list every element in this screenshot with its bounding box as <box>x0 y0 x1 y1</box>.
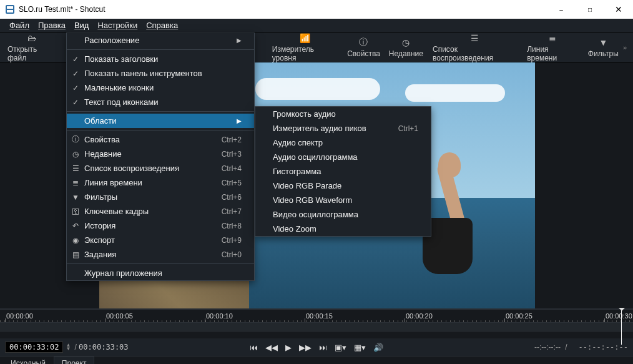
areas-menu-video-zoom[interactable]: Video Zoom <box>255 222 431 236</box>
areas-menu-histogram[interactable]: Гистограмма <box>255 164 431 179</box>
view-menu-layout[interactable]: Расположение▶ <box>67 33 254 47</box>
areas-menu-video-rgb-parade[interactable]: Video RGB Parade <box>255 179 431 193</box>
menu-file[interactable]: Файл <box>5 19 34 31</box>
toolbar-level-meter[interactable]: 📶Измеритель уровня <box>267 31 343 64</box>
view-menu-app-log[interactable]: Журнал приложения <box>67 266 254 280</box>
areas-menu-audio-waveform[interactable]: Аудио осциллограмма <box>255 150 431 164</box>
skip-end-button[interactable]: ⏭ <box>319 343 327 352</box>
fast-forward-button[interactable]: ▶▶ <box>299 343 312 352</box>
view-menu-small-icons[interactable]: ✓Маленькие иконки <box>67 81 254 95</box>
areas-submenu: Громкость аудиоИзмеритель аудио пиковCtr… <box>255 106 431 237</box>
window-title: SLO.ru Test.mlt* - Shotcut <box>19 5 106 14</box>
view-menu-playlist[interactable]: ☰Список воспроизведенияCtrl+4 <box>67 161 254 175</box>
clock-icon: ◷ <box>67 150 84 159</box>
current-timecode[interactable]: 00:00:33:02 <box>5 342 63 353</box>
areas-menu-video-rgb-waveform[interactable]: Video RGB Waveform <box>255 193 431 207</box>
grid-button[interactable]: ▦▾ <box>354 343 366 352</box>
menu-edit[interactable]: Правка <box>34 19 70 31</box>
playhead[interactable] <box>621 308 622 345</box>
key-icon: ⚿ <box>67 207 84 216</box>
in-point-timecode: --:--:--:-- / <box>534 343 567 352</box>
toolbar-open-file[interactable]: 🗁Открыть файл <box>2 31 61 64</box>
check-icon: ✓ <box>67 69 84 78</box>
areas-menu-video-waveform[interactable]: Видео осциллограмма <box>255 207 431 222</box>
transport-bar: 00:00:33:02 ▲▼ / 00:00:33:03 ⏮ ◀◀ ▶ ▶▶ ⏭… <box>0 338 633 356</box>
volume-button[interactable]: 🔊 <box>373 343 383 352</box>
toolbar-playlist[interactable]: ☰Список воспроизведения <box>428 31 522 64</box>
disc-icon: ◉ <box>67 236 84 245</box>
menu-help[interactable]: Справка <box>142 19 182 31</box>
clock-icon: ◷ <box>402 37 410 48</box>
list-icon: ☰ <box>471 32 479 44</box>
toolbar-properties[interactable]: ⓘСвойства <box>343 36 385 59</box>
duration-timecode: 00:00:33:03 <box>79 343 128 352</box>
timeline-ruler[interactable]: 00:00:00 00:00:05 00:00:10 00:00:15 00:0… <box>0 309 633 323</box>
timeline-track[interactable] <box>0 323 633 332</box>
view-menu-jobs[interactable]: ▤ЗаданияCtrl+0 <box>67 247 254 262</box>
list-icon: ☰ <box>67 164 84 173</box>
titlebar: SLO.ru Test.mlt* - Shotcut – □ ✕ <box>0 0 633 19</box>
view-menu-text-under-icons[interactable]: ✓Текст под иконками <box>67 95 254 109</box>
rewind-button[interactable]: ◀◀ <box>265 343 278 352</box>
view-menu-show-toolbar[interactable]: ✓Показать панель инструментов <box>67 66 254 81</box>
tab-project[interactable]: Проект <box>54 357 95 364</box>
toolbar-recent[interactable]: ◷Недавние <box>385 36 428 59</box>
check-icon: ✓ <box>67 98 84 107</box>
view-menu-filters[interactable]: ▼ФильтрыCtrl+6 <box>67 190 254 204</box>
timeline: 00:00:00 00:00:05 00:00:10 00:00:15 00:0… <box>0 308 633 338</box>
minimize-button[interactable]: – <box>547 0 576 19</box>
view-menu-history[interactable]: ↶ИсторияCtrl+8 <box>67 219 254 233</box>
svg-rect-1 <box>7 6 13 9</box>
menu-settings[interactable]: Настройки <box>93 19 142 31</box>
areas-menu-audio-spectrum[interactable]: Аудио спектр <box>255 135 431 150</box>
timeline-icon: ≣ <box>67 179 84 187</box>
toolbar-overflow[interactable]: » <box>623 44 631 51</box>
tab-source[interactable]: Исходный <box>2 357 54 364</box>
areas-menu-audio-peak-meter[interactable]: Измеритель аудио пиковCtrl+1 <box>255 121 431 135</box>
maximize-button[interactable]: □ <box>576 0 604 19</box>
check-icon: ✓ <box>67 84 84 92</box>
view-menu-keyframes[interactable]: ⚿Ключевые кадрыCtrl+7 <box>67 204 254 219</box>
funnel-icon: ▼ <box>599 37 607 48</box>
skip-start-button[interactable]: ⏮ <box>250 343 258 352</box>
view-menu-areas[interactable]: Области▶ <box>67 114 254 128</box>
toolbar-timeline[interactable]: ≣Линия времени <box>522 31 584 64</box>
check-icon: ✓ <box>67 55 84 64</box>
funnel-icon: ▼ <box>67 193 84 202</box>
view-menu-properties[interactable]: ⓘСвойстваCtrl+2 <box>67 132 254 147</box>
view-menu-dropdown: Расположение▶✓Показать заголовки✓Показат… <box>66 32 255 281</box>
folder-icon: 🗁 <box>27 32 36 44</box>
timeline-icon: ≣ <box>549 32 556 44</box>
info-icon: ⓘ <box>67 134 84 145</box>
view-menu-recent[interactable]: ◷НедавниеCtrl+3 <box>67 147 254 161</box>
jobs-icon: ▤ <box>67 250 84 259</box>
meter-icon: 📶 <box>300 32 310 44</box>
view-menu-timeline[interactable]: ≣Линия времениCtrl+5 <box>67 175 254 190</box>
svg-rect-2 <box>7 10 13 12</box>
menu-view[interactable]: Вид <box>70 19 94 31</box>
zoom-fit-button[interactable]: ▣▾ <box>335 343 346 352</box>
play-button[interactable]: ▶ <box>285 343 292 352</box>
view-menu-show-titles[interactable]: ✓Показать заголовки <box>67 52 254 66</box>
view-menu-export[interactable]: ◉ЭкспортCtrl+9 <box>67 233 254 247</box>
bottom-tabs: Исходный Проект <box>0 356 633 364</box>
timecode-spinner[interactable]: ▲▼ <box>66 343 71 351</box>
history-icon: ↶ <box>67 222 84 230</box>
close-button[interactable]: ✕ <box>604 0 633 19</box>
toolbar-filters[interactable]: ▼Фильтры <box>584 36 623 59</box>
app-icon <box>5 4 15 14</box>
info-icon: ⓘ <box>359 37 368 48</box>
areas-menu-audio-volume[interactable]: Громкость аудио <box>255 107 431 121</box>
